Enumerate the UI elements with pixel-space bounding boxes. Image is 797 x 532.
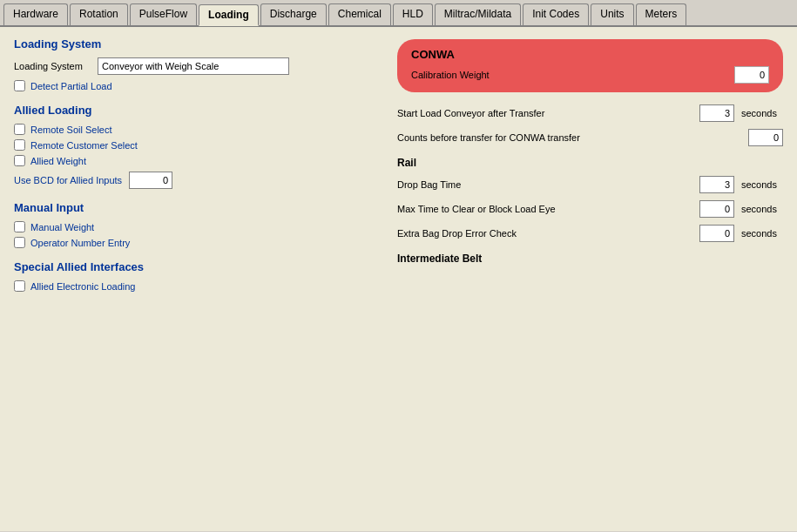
manual-weight-label: Manual Weight (30, 222, 94, 232)
remote-customer-select-item[interactable]: Remote Customer Select (14, 139, 380, 151)
start-load-input[interactable] (699, 104, 734, 122)
tab-pulseflow[interactable]: PulseFlow (130, 3, 197, 25)
allied-weight-checkbox[interactable] (14, 155, 25, 166)
remote-customer-select-checkbox[interactable] (14, 139, 25, 151)
tab-bar: Hardware Rotation PulseFlow Loading Disc… (0, 0, 797, 27)
start-load-unit: seconds (741, 108, 783, 118)
manual-weight-checkbox[interactable] (14, 221, 25, 232)
conwa-calibration-row: Calibration Weight (411, 66, 769, 84)
max-time-input[interactable] (699, 200, 734, 218)
bcd-input[interactable] (129, 172, 172, 189)
remote-soil-select-label: Remote Soil Select (30, 125, 112, 135)
loading-system-row: Loading System (14, 57, 380, 75)
remote-soil-select-checkbox[interactable] (14, 124, 25, 135)
loading-system-label: Loading System (14, 61, 92, 71)
loading-system-header: Loading System (14, 37, 380, 51)
special-allied-header: Special Allied Interfaces (14, 260, 380, 273)
rail-header: Rail (397, 157, 783, 169)
tab-rotation[interactable]: Rotation (70, 3, 128, 25)
allied-weight-item[interactable]: Allied Weight (14, 155, 380, 166)
allied-weight-label: Allied Weight (30, 156, 86, 166)
counts-input[interactable] (748, 129, 783, 146)
extra-bag-label: Extra Bag Drop Error Check (397, 228, 692, 239)
calibration-weight-label: Calibration Weight (411, 70, 727, 80)
extra-bag-unit: seconds (741, 228, 783, 239)
detect-partial-load-label: Detect Partial Load (30, 81, 112, 91)
detect-partial-load-item[interactable]: Detect Partial Load (14, 80, 380, 91)
manual-weight-item[interactable]: Manual Weight (14, 221, 380, 232)
drop-bag-time-label: Drop Bag Time (397, 179, 692, 190)
tab-hld[interactable]: HLD (393, 3, 433, 25)
operator-number-entry-label: Operator Number Entry (30, 238, 130, 248)
allied-electronic-loading-item[interactable]: Allied Electronic Loading (14, 280, 380, 292)
tab-hardware[interactable]: Hardware (3, 3, 68, 25)
intermediate-belt-header: Intermediate Belt (397, 253, 783, 265)
max-time-row: Max Time to Clear or Block Load Eye seco… (397, 200, 783, 218)
tab-loading[interactable]: Loading (199, 4, 259, 26)
calibration-weight-input[interactable] (734, 66, 769, 84)
max-time-unit: seconds (741, 204, 783, 214)
extra-bag-input[interactable] (699, 225, 734, 242)
tab-chemical[interactable]: Chemical (328, 3, 391, 25)
allied-loading-header: Allied Loading (14, 104, 380, 117)
tab-miltrac[interactable]: Miltrac/Mildata (435, 3, 521, 25)
start-load-row: Start Load Conveyor after Transfer secon… (397, 104, 783, 122)
tab-meters[interactable]: Meters (636, 3, 687, 25)
extra-bag-row: Extra Bag Drop Error Check seconds (397, 225, 783, 242)
detect-partial-load-checkbox[interactable] (14, 80, 25, 91)
operator-number-entry-item[interactable]: Operator Number Entry (14, 237, 380, 248)
right-panel: CONWA Calibration Weight Start Load Conv… (397, 37, 783, 521)
loading-system-input[interactable] (98, 57, 289, 75)
manual-input-header: Manual Input (14, 201, 380, 214)
operator-number-entry-checkbox[interactable] (14, 237, 25, 248)
bcd-label: Use BCD for Allied Inputs (14, 175, 122, 185)
allied-electronic-loading-checkbox[interactable] (14, 280, 25, 292)
tab-discharge[interactable]: Discharge (260, 3, 327, 25)
conwa-box: CONWA Calibration Weight (397, 39, 783, 92)
start-load-label: Start Load Conveyor after Transfer (397, 108, 692, 118)
tab-units[interactable]: Units (591, 3, 633, 25)
bcd-row: Use BCD for Allied Inputs (14, 172, 380, 189)
allied-electronic-loading-label: Allied Electronic Loading (30, 281, 135, 292)
remote-customer-select-label: Remote Customer Select (30, 140, 138, 151)
max-time-label: Max Time to Clear or Block Load Eye (397, 204, 692, 214)
conwa-title: CONWA (411, 48, 769, 61)
tab-initcodes[interactable]: Init Codes (523, 3, 589, 25)
remote-soil-select-item[interactable]: Remote Soil Select (14, 124, 380, 135)
drop-bag-time-input[interactable] (699, 176, 734, 193)
drop-bag-time-row: Drop Bag Time seconds (397, 176, 783, 193)
drop-bag-time-unit: seconds (741, 179, 783, 190)
main-content: Loading System Loading System Detect Par… (0, 27, 797, 531)
left-panel: Loading System Loading System Detect Par… (14, 37, 380, 521)
counts-row: Counts before transfer for CONWA transfe… (397, 129, 783, 146)
counts-label: Counts before transfer for CONWA transfe… (397, 132, 741, 143)
